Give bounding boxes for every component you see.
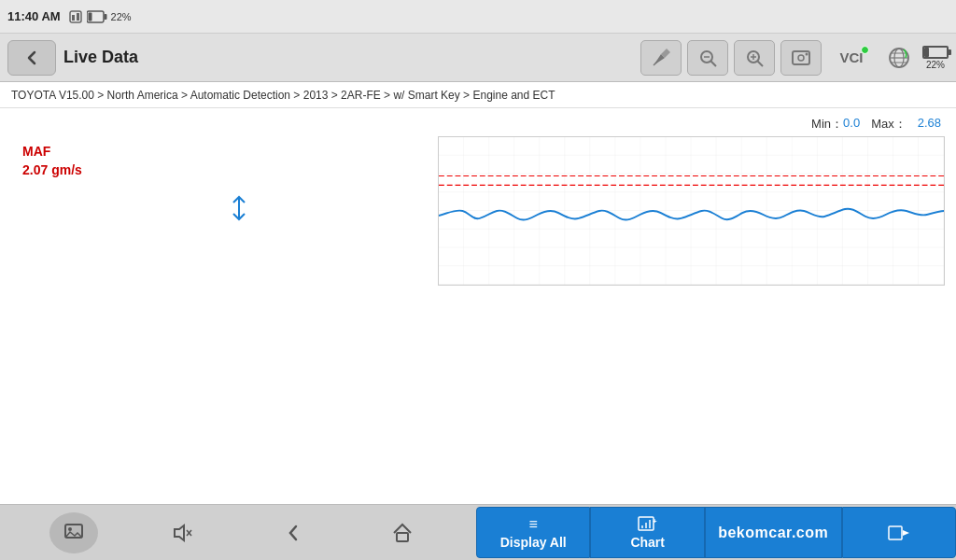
status-bar: 11:40 AM 22% [0,0,956,34]
zoom-button[interactable] [734,40,775,76]
min-value: 0.0 [843,116,860,133]
chart-icon: + [638,516,658,533]
chart-header: Min： 0.0 Max： 2.68 [11,116,945,133]
svg-line-6 [654,62,657,65]
display-all-icon: ≡ [529,516,538,533]
status-left: 11:40 AM 22% [7,9,132,24]
page-title: Live Data [63,48,633,67]
svg-rect-4 [104,14,106,20]
globe-button[interactable] [881,40,917,76]
gallery-nav-button[interactable] [49,512,98,553]
breadcrumb: TOYOTA V15.00 > North America > Automati… [0,82,956,108]
svg-rect-2 [77,13,79,21]
bottom-left-nav [0,512,476,553]
record-icon [888,524,910,542]
svg-point-16 [806,52,808,55]
battery-percent-header: 22% [926,60,945,70]
svg-rect-1 [72,15,75,21]
bekomcar-button[interactable]: bekomcar.com [705,507,842,558]
globe-icon [887,46,911,70]
svg-rect-34 [397,533,408,541]
search-button[interactable] [687,40,728,76]
battery-fill [924,48,929,57]
sensor-label: MAF [22,144,50,159]
svg-line-8 [710,61,716,66]
vci-badge: VCI [827,40,876,76]
battery-box: 22% [922,46,949,70]
svg-line-11 [757,61,763,66]
breadcrumb-text: TOYOTA V15.00 > North America > Automati… [11,89,555,102]
battery-icon [922,46,949,59]
vci-indicator: VCI [839,49,863,66]
main-content: Min： 0.0 Max： 2.68 MAF 2.07 gm/s [0,108,956,504]
min-label: Min： [811,116,843,133]
header-actions: VCI 22% [640,40,949,76]
svg-rect-26 [439,137,944,285]
display-all-label: Display All [500,535,567,550]
svg-rect-5 [88,12,91,21]
bekomcar-label: bekomcar.com [718,525,828,541]
volume-icon [171,521,195,545]
resize-handle[interactable] [226,195,252,227]
back-button[interactable] [7,40,56,76]
screenshot-button[interactable] [780,40,822,76]
vci-connected-dot [861,46,869,54]
gallery-nav-icon [63,522,85,544]
battery-status-icon [87,10,107,23]
chart-container [438,136,945,286]
chart-area: MAF 2.07 gm/s [11,136,945,286]
svg-point-15 [798,55,804,61]
max-value: 2.68 [918,116,941,133]
resize-icon [226,195,252,221]
svg-marker-41 [903,530,909,536]
chart-button[interactable]: + Chart [590,507,704,558]
max-label: Max： [871,116,907,133]
home-nav-button[interactable] [378,512,427,553]
back-nav-button[interactable] [269,512,317,553]
back-nav-icon [283,523,303,543]
home-icon [392,523,413,543]
sim-icon [68,9,83,24]
display-all-button[interactable]: ≡ Display All [476,507,590,558]
vci-text: VCI [839,49,863,65]
volume-nav-button[interactable] [159,512,207,553]
status-time: 11:40 AM [7,9,61,23]
header: Live Data [0,34,956,82]
svg-marker-31 [175,525,184,540]
sensor-value: 2.07 gm/s [22,162,82,177]
record-button[interactable] [842,507,956,558]
svg-rect-40 [889,526,902,539]
battery-percent: 22% [111,11,132,22]
broom-icon [650,47,672,69]
zoom-icon [744,48,765,68]
bottom-right-actions: ≡ Display All + Chart bekomcar.com [476,507,956,558]
sensor-info: MAF 2.07 gm/s [11,136,190,286]
clear-button[interactable] [640,40,682,76]
chart-label: Chart [630,535,665,550]
svg-rect-0 [70,11,81,22]
chart-svg [439,137,944,285]
svg-point-30 [68,527,72,531]
status-icons: 22% [68,9,132,24]
image-icon [791,48,811,68]
svg-text:+: + [653,517,657,525]
back-arrow-icon [21,47,43,69]
bottom-bar: ≡ Display All + Chart bekomcar.com [0,504,956,560]
search-icon [697,48,718,68]
